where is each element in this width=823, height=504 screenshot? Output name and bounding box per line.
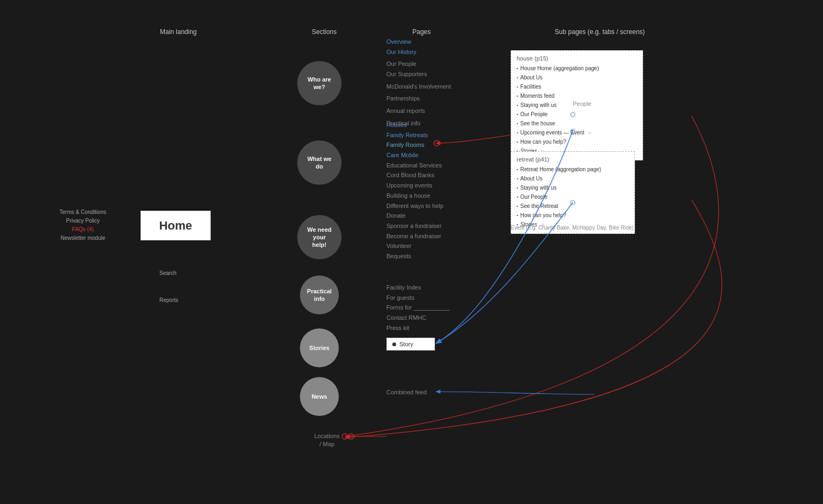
subpage-retreat-people[interactable]: Our People [517,192,629,201]
story-box[interactable]: Story [386,338,435,351]
svg-point-5 [349,434,354,439]
subpage-retreat-title: retreat (p41) [517,156,629,163]
subpage-facilities[interactable]: Facilities [517,82,637,91]
locations-label[interactable]: Locations/ Map [305,432,349,449]
faqs-link[interactable]: FAQs (4) [59,225,106,234]
page-annual-reports[interactable]: Annual reports [386,106,451,116]
page-family-retreats[interactable]: Family Retreats [386,130,444,140]
home-box[interactable]: Home [140,211,211,240]
what-we-do-circle[interactable]: What wedo [297,140,342,185]
page-volunteer[interactable]: Volunteer [386,241,444,251]
page-become[interactable]: Become a fundraiser [386,231,444,241]
page-for-guests[interactable]: For guests [386,293,450,303]
practical-info-circle[interactable]: Practicalinfo [300,275,339,314]
terms-link[interactable]: Terms & Conditions [59,208,106,217]
subpage-upcoming-events-event[interactable]: Upcoming events — Event ○ [517,128,637,137]
subpage-house-home[interactable]: House Home (aggregation page) [517,64,637,73]
page-overview[interactable]: Overview [386,37,451,47]
subpage-moments-feed[interactable]: Moments feed [517,91,637,100]
newsletter-link[interactable]: Newsletter module [59,234,106,243]
pages-practical-info: Facility Index For guests Forms for ____… [386,283,450,333]
subpage-how-can-you-help[interactable]: How can you help? [517,137,637,146]
story-dot [392,342,396,346]
subpage-retreat-about[interactable]: About Us [517,174,629,183]
subpage-see-the-retreat[interactable]: See the Retreat [517,201,629,211]
pages-what-we-do: Houses Family Retreats Family Rooms Care… [386,120,444,261]
subpage-our-people[interactable]: Our People [517,110,637,119]
privacy-link[interactable]: Privacy Policy [59,217,106,225]
subpage-retreat-staying[interactable]: Staying with us [517,183,629,192]
search-label: Search [159,270,177,276]
page-press-kit[interactable]: Press kit [386,323,450,333]
page-mcdonalds[interactable]: McDonald's Involvement [386,82,451,92]
page-building[interactable]: Building a house [386,191,444,201]
subpage-see-the-house[interactable]: See the house [517,119,637,128]
page-forms[interactable]: Forms for ___________ [386,303,450,313]
col-header-pages: Pages [386,28,457,36]
page-different-ways[interactable]: Different ways to help [386,201,444,211]
subpage-box-retreat: retreat (p41) Retreat Home (aggregation … [511,151,635,234]
who-are-we-circle[interactable]: Who arewe? [297,61,342,105]
col-header-sections: Sections [297,28,351,36]
page-upcoming-events[interactable]: Upcoming events [386,180,444,191]
page-partnerships[interactable]: Partnerships [386,93,451,104]
we-need-help-circle[interactable]: We needyourhelp! [297,215,342,259]
page-care-mobile[interactable]: Care Mobile [386,150,444,160]
page-family-rooms[interactable]: Family Rooms [386,140,444,150]
news-circle[interactable]: News [300,377,339,416]
page-our-supporters[interactable]: Our Supporters [386,69,451,79]
subpage-retreat-help[interactable]: How can you help? [517,211,629,220]
page-donate[interactable]: Donate [386,211,444,221]
subpage-house-title: house (p15) [517,55,637,62]
page-houses[interactable]: Houses [386,120,444,130]
pages-who-are-we: Overview Our History Our People Our Supp… [386,37,451,129]
footer-links: Terms & Conditions Privacy Policy FAQs (… [59,208,106,243]
reports-label: Reports [159,297,178,303]
stories-circle[interactable]: Stories [300,328,339,367]
page-bequests[interactable]: Bequests [386,251,444,261]
page-our-history[interactable]: Our History [386,47,451,57]
subpage-about-us[interactable]: About Us [517,73,637,82]
page-contact-rmhc[interactable]: Contact RMHC [386,313,450,323]
people-label: People [573,100,591,107]
col-header-subpages: Sub pages (e.g. tabs / screens) [519,28,681,36]
page-our-people[interactable]: Our People [386,59,451,69]
page-sponsor[interactable]: Sponsor a fundraiser [386,221,444,231]
page-cord-blood[interactable]: Cord Blood Banks [386,170,444,180]
col-header-main-landing: Main landing [143,28,213,36]
page-educational[interactable]: Educational Services [386,160,444,171]
subpage-retreat-home[interactable]: Retreat Home (aggregation page) [517,165,629,174]
event-label: Event (e.g. Charity Bake, McHappy Day, B… [511,224,634,232]
combined-feed-label: Combined feed [386,389,427,395]
page-facility-index[interactable]: Facility Index [386,283,450,293]
